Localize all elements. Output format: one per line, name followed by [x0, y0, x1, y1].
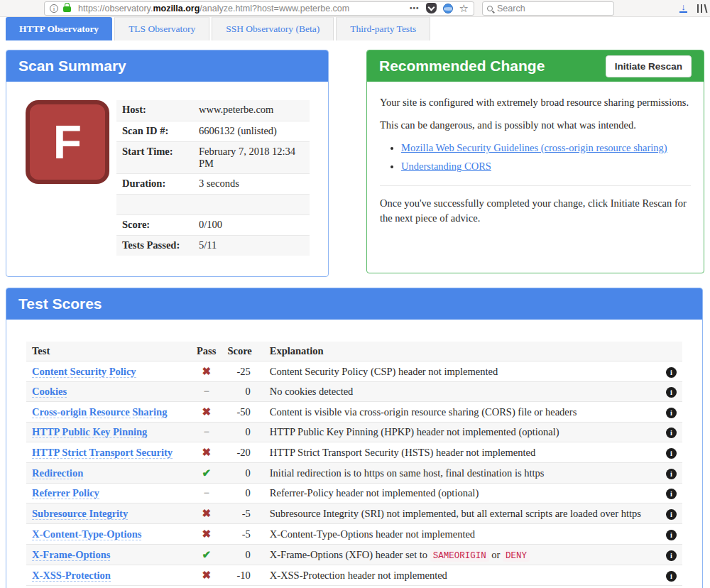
fail-icon: ✖ — [202, 570, 211, 581]
test-link[interactable]: X-Content-Type-Options — [32, 528, 141, 540]
page-content: Scan Summary F Host:www.peterbe.comScan … — [0, 40, 710, 588]
guidelines-link[interactable]: Mozilla Web Security Guidelines (cross-o… — [401, 142, 667, 153]
info-icon[interactable]: i — [666, 448, 677, 459]
info-icon[interactable]: i — [666, 408, 677, 418]
search-input[interactable] — [497, 4, 596, 13]
tab-tls-observatory[interactable]: TLS Observatory — [114, 17, 209, 40]
recommendation-text-1: Your site is configured with extremely b… — [380, 95, 691, 110]
tab-http-observatory[interactable]: HTTP Observatory — [6, 17, 112, 40]
summary-value: February 7, 2018 12:34 PM — [199, 146, 304, 170]
info-icon[interactable]: i — [666, 509, 677, 520]
summary-label: Tests Passed: — [122, 239, 199, 252]
scan-summary-table: Host:www.peterbe.comScan ID #:6606132 (u… — [116, 100, 310, 256]
url-domain: mozilla.org — [153, 4, 200, 13]
explanation-text: X-XSS-Protection header not implemented — [258, 565, 660, 586]
table-row: X-Content-Type-Options✖-5X-Content-Type-… — [26, 524, 682, 545]
summary-row: Scan ID #:6606132 (unlisted) — [116, 121, 310, 141]
summary-row: Duration:3 seconds — [116, 173, 310, 194]
summary-value: 0/100 — [199, 219, 304, 232]
page-actions-icon[interactable]: ••• — [410, 4, 420, 12]
fail-icon: ✖ — [202, 447, 211, 458]
column-info — [660, 342, 682, 361]
table-row: Referrer Policy−0Referrer-Policy header … — [26, 484, 682, 503]
summary-value: 6606132 (unlisted) — [199, 125, 304, 138]
url-path: /analyze.html?host=www.peterbe.com — [200, 4, 349, 13]
column-pass: Pass — [191, 342, 222, 361]
url-text: https://observatory.mozilla.org/analyze.… — [78, 4, 349, 13]
explanation-text: Referrer-Policy header not implemented (… — [258, 484, 660, 503]
understanding-cors-link[interactable]: Understanding CORS — [401, 160, 491, 172]
explanation-text: Content Security Policy (CSP) header not… — [258, 361, 660, 382]
test-link[interactable]: HTTP Strict Transport Security — [32, 447, 173, 459]
observatory-tabbar: HTTP ObservatoryTLS ObservatorySSH Obser… — [0, 17, 710, 40]
info-icon[interactable]: i — [666, 367, 677, 378]
info-icon[interactable]: i — [666, 571, 677, 582]
score-value: 0 — [222, 382, 257, 402]
column-test: Test — [26, 342, 191, 361]
info-icon[interactable]: i — [666, 387, 677, 398]
test-link[interactable]: Cookies — [32, 386, 67, 398]
summary-row: Tests Passed:5/11 — [116, 235, 310, 256]
recommended-change-header: Recommended Change Initiate Rescan — [367, 50, 704, 82]
bookmark-star-icon[interactable]: ☆ — [459, 4, 469, 13]
test-link[interactable]: Content Security Policy — [32, 366, 136, 378]
scan-summary-title: Scan Summary — [18, 58, 126, 75]
score-value: 0 — [222, 463, 257, 484]
table-header-row: Test Pass Score Explanation — [26, 342, 682, 361]
library-icon[interactable] — [696, 3, 709, 14]
extension-globe-icon[interactable] — [443, 4, 453, 13]
site-info-icon[interactable]: i — [50, 4, 58, 13]
grade-badge: F — [26, 100, 109, 184]
explanation-text: X-Frame-Options (XFO) header set to SAME… — [258, 545, 660, 565]
table-row: Cross-origin Resource Sharing✖-50Content… — [26, 402, 682, 423]
summary-label: Scan ID #: — [122, 125, 199, 138]
recommended-change-body: Your site is configured with extremely b… — [367, 82, 704, 226]
code-value: SAMEORIGIN — [430, 550, 489, 562]
info-icon[interactable]: i — [666, 550, 677, 561]
test-link[interactable]: HTTP Public Key Pinning — [32, 426, 147, 438]
downloads-icon[interactable]: ↓ — [679, 4, 687, 13]
explanation-text: X-Content-Type-Options header not implem… — [258, 524, 660, 545]
pass-icon: ✔ — [202, 549, 211, 560]
fail-icon: ✖ — [202, 508, 211, 519]
summary-label: Host: — [122, 104, 199, 117]
test-link[interactable]: Referrer Policy — [32, 487, 99, 499]
tab-third-party-tests[interactable]: Third-party Tests — [336, 17, 430, 40]
secure-lock-icon[interactable] — [63, 6, 71, 12]
neutral-icon: − — [203, 487, 209, 499]
info-icon[interactable]: i — [666, 489, 677, 499]
url-bar[interactable]: i https://observatory.mozilla.org/analyz… — [44, 1, 474, 16]
test-link[interactable]: X-XSS-Protection — [32, 570, 111, 582]
info-icon[interactable]: i — [666, 530, 677, 540]
search-icon — [487, 6, 493, 11]
scan-summary-header: Scan Summary — [6, 50, 328, 82]
explanation-text: HTTP Strict Transport Security (HSTS) he… — [258, 442, 660, 463]
summary-row: Score:0/100 — [116, 214, 310, 235]
explanation-text: Initial redirection is to https on same … — [258, 463, 660, 484]
table-row: Content Security Policy✖-25Content Secur… — [26, 361, 682, 382]
score-value: 0 — [222, 484, 257, 503]
fail-icon: ✖ — [202, 528, 211, 540]
summary-row — [116, 194, 310, 214]
test-link[interactable]: X-Frame-Options — [32, 549, 110, 561]
initiate-rescan-button[interactable]: Initiate Rescan — [606, 55, 692, 77]
info-icon[interactable]: i — [666, 428, 677, 438]
list-item: Mozilla Web Security Guidelines (cross-o… — [401, 141, 691, 156]
test-scores-table: Test Pass Score Explanation Content Secu… — [26, 342, 682, 586]
test-link[interactable]: Subresource Integrity — [32, 508, 128, 520]
table-row: HTTP Strict Transport Security✖-20HTTP S… — [26, 442, 682, 463]
score-value: -20 — [222, 442, 257, 463]
search-bar[interactable] — [482, 1, 614, 16]
tab-ssh-observatory-beta[interactable]: SSH Observatory (Beta) — [212, 17, 334, 40]
recommendation-links: Mozilla Web Security Guidelines (cross-o… — [401, 141, 691, 174]
list-item: Understanding CORS — [401, 159, 691, 174]
test-link[interactable]: Redirection — [32, 467, 83, 479]
table-row: Subresource Integrity✖-5Subresource Inte… — [26, 503, 682, 524]
summary-label: Duration: — [122, 178, 199, 190]
table-row: HTTP Public Key Pinning−0HTTP Public Key… — [26, 423, 682, 442]
neutral-icon: − — [203, 426, 209, 437]
score-value: -5 — [222, 524, 257, 545]
test-link[interactable]: Cross-origin Resource Sharing — [32, 406, 167, 418]
info-icon[interactable]: i — [666, 469, 677, 479]
pocket-icon[interactable] — [426, 3, 437, 13]
